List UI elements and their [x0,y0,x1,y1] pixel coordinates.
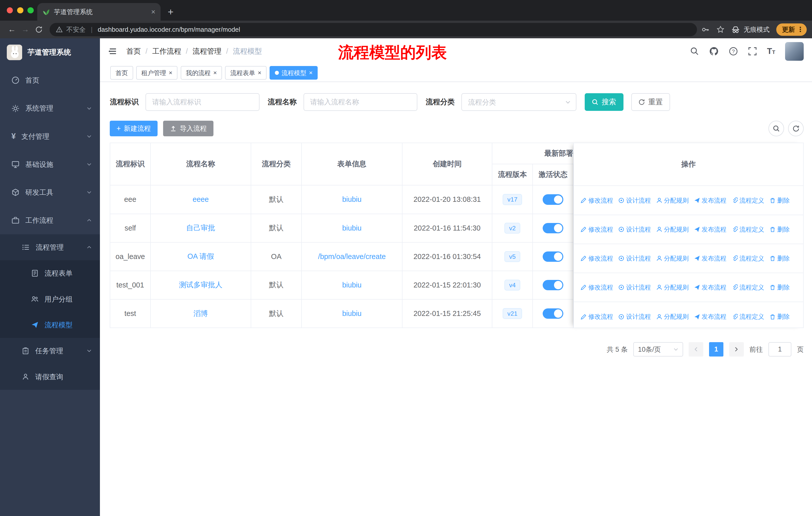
assign-rule-link[interactable]: 分配规则 [656,313,689,321]
address-bar[interactable]: 不安全 | dashboard.yudao.iocoder.cn/bpm/man… [50,23,697,36]
active-toggle[interactable] [543,280,563,290]
next-page-button[interactable] [729,342,744,357]
assign-rule-link[interactable]: 分配规则 [656,225,689,234]
breadcrumb-item[interactable]: 工作流程 [152,46,181,56]
user-avatar[interactable] [785,42,804,61]
tag-home[interactable]: 首页 [110,66,133,79]
close-icon[interactable]: × [258,70,261,76]
browser-menu-icon[interactable]: ⋮ [797,25,804,33]
zoom-window-button[interactable] [27,7,34,13]
sidebar-item-payment[interactable]: ¥ 支付管理 [0,123,100,151]
page-size-select[interactable]: 10条/页 [633,342,683,357]
process-definition-link[interactable]: 流程定义 [732,254,764,263]
process-name-link[interactable]: eeee [193,195,209,203]
tag-process-model[interactable]: 流程模型× [269,66,318,79]
publish-process-link[interactable]: 发布流程 [694,196,727,205]
publish-process-link[interactable]: 发布流程 [694,225,727,234]
show-search-button[interactable] [768,121,784,136]
assign-rule-link[interactable]: 分配规则 [656,254,689,263]
sidebar-item-process-model[interactable]: 流程模型 [0,312,100,338]
design-process-link[interactable]: 设计流程 [618,254,651,263]
create-process-button[interactable]: + 新建流程 [110,121,157,136]
update-button[interactable]: 更新 ⋮ [776,23,807,36]
close-icon[interactable]: × [169,70,172,76]
publish-process-link[interactable]: 发布流程 [694,283,727,292]
delete-link[interactable]: 删除 [770,254,790,263]
sidebar-item-workflow[interactable]: 工作流程 [0,206,100,234]
publish-process-link[interactable]: 发布流程 [694,254,727,263]
sidebar-item-user-group[interactable]: 用户分组 [0,286,100,312]
process-definition-link[interactable]: 流程定义 [732,225,764,234]
active-toggle[interactable] [543,223,563,233]
new-tab-button[interactable]: + [168,7,174,17]
search-icon[interactable] [690,47,699,56]
delete-link[interactable]: 删除 [770,283,790,292]
process-definition-link[interactable]: 流程定义 [732,283,764,292]
tab-close-icon[interactable]: × [151,8,155,16]
minimize-window-button[interactable] [17,7,23,13]
goto-page-input[interactable] [768,342,791,357]
close-window-button[interactable] [7,7,13,13]
edit-process-link[interactable]: 修改流程 [580,254,613,263]
delete-link[interactable]: 删除 [770,196,790,205]
import-process-button[interactable]: 导入流程 [163,121,213,136]
current-page-button[interactable]: 1 [709,342,724,357]
form-link[interactable]: biubiu [342,195,362,203]
assign-rule-link[interactable]: 分配规则 [656,196,689,205]
search-button[interactable]: 搜索 [585,93,624,111]
category-select[interactable]: 流程分类 [461,93,576,111]
fullscreen-icon[interactable] [748,47,757,56]
design-process-link[interactable]: 设计流程 [618,283,651,292]
forward-icon[interactable]: → [19,25,32,34]
tag-my-process[interactable]: 我的流程× [181,66,222,79]
edit-process-link[interactable]: 修改流程 [580,313,613,321]
delete-link[interactable]: 删除 [770,313,790,321]
design-process-link[interactable]: 设计流程 [618,196,651,205]
sidebar-item-process-manage[interactable]: 流程管理 [0,234,100,260]
form-link[interactable]: biubiu [342,224,362,232]
tag-process-form[interactable]: 流程表单× [225,66,266,79]
sidebar-item-leave-query[interactable]: 请假查询 [0,364,100,390]
assign-rule-link[interactable]: 分配规则 [656,283,689,292]
refresh-table-button[interactable] [788,121,804,136]
sidebar-item-task-manage[interactable]: 任务管理 [0,338,100,364]
sidebar-item-home[interactable]: 首页 [0,66,100,94]
prev-page-button[interactable] [689,342,703,357]
close-icon[interactable]: × [213,70,217,76]
sidebar-item-process-form[interactable]: 流程表单 [0,260,100,286]
tag-tenant[interactable]: 租户管理× [136,66,177,79]
key-icon[interactable] [701,25,709,34]
reload-icon[interactable] [32,26,46,33]
back-icon[interactable]: ← [5,25,19,34]
process-name-link[interactable]: 测试多审批人 [179,281,223,289]
design-process-link[interactable]: 设计流程 [618,225,651,234]
edit-process-link[interactable]: 修改流程 [580,283,613,292]
active-toggle[interactable] [543,251,563,262]
design-process-link[interactable]: 设计流程 [618,313,651,321]
process-name-link[interactable]: OA 请假 [187,252,214,260]
process-definition-link[interactable]: 流程定义 [732,313,764,321]
breadcrumb-item[interactable]: 首页 [126,46,141,56]
publish-process-link[interactable]: 发布流程 [694,313,727,321]
bookmark-star-icon[interactable] [716,25,725,34]
active-toggle[interactable] [543,194,563,205]
edit-process-link[interactable]: 修改流程 [580,196,613,205]
github-icon[interactable] [709,46,719,56]
form-link[interactable]: /bpm/oa/leave/create [318,252,386,261]
reset-button[interactable]: 重置 [631,93,670,111]
process-definition-link[interactable]: 流程定义 [732,196,764,205]
process-name-link[interactable]: 滔博 [193,309,208,318]
active-toggle[interactable] [543,308,563,319]
font-size-icon[interactable]: TT [767,47,775,55]
edit-process-link[interactable]: 修改流程 [580,225,613,234]
close-icon[interactable]: × [309,70,312,76]
process-key-input[interactable] [145,93,260,111]
browser-tab[interactable]: 芋道管理系统 × [37,3,161,21]
process-name-input[interactable] [303,93,417,111]
delete-link[interactable]: 删除 [770,225,790,234]
help-icon[interactable]: ? [729,47,738,56]
collapse-sidebar-icon[interactable] [108,47,118,56]
process-name-link[interactable]: 自己审批 [186,224,215,232]
form-link[interactable]: biubiu [342,281,362,289]
window-controls[interactable] [7,7,34,13]
